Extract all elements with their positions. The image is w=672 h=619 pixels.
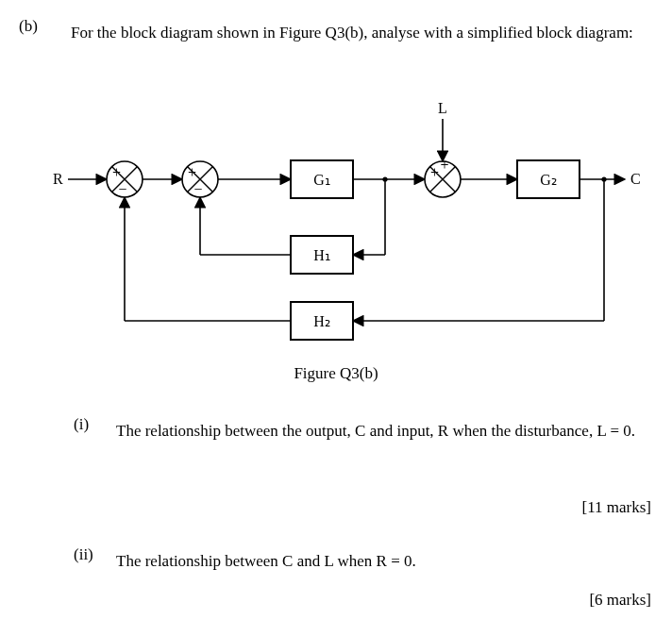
subpart-i-roman: (i) <box>74 415 89 434</box>
block-H1-label: H₁ <box>313 247 330 263</box>
s3-sign-plus-top: + <box>440 157 448 173</box>
part-label: (b) <box>19 17 38 36</box>
output-C-label: C <box>630 171 641 187</box>
block-H1: H₁ <box>291 236 353 274</box>
subpart-ii-marks: [6 marks] <box>589 591 651 610</box>
s2-sign-minus: − <box>193 181 202 197</box>
input-R-label: R <box>53 171 63 187</box>
input-L-label: L <box>438 100 447 116</box>
summing-junction-1: + − <box>107 161 143 197</box>
s3-sign-plus-left: + <box>430 164 439 180</box>
block-H2: H₂ <box>291 302 353 340</box>
block-diagram-svg: R + − + − <box>47 94 642 360</box>
subpart-ii-roman: (ii) <box>74 545 93 564</box>
page: (b) For the block diagram shown in Figur… <box>0 0 672 619</box>
block-G1: G₁ <box>291 160 353 198</box>
figure-caption: Figure Q3(b) <box>0 364 672 383</box>
summing-junction-3: + + <box>425 157 461 197</box>
block-G2-label: G₂ <box>540 172 557 188</box>
block-diagram: R + − + − <box>47 94 642 360</box>
block-G1-label: G₁ <box>313 172 330 188</box>
block-H2-label: H₂ <box>313 313 330 329</box>
subpart-ii-text: The relationship between C and L when R … <box>116 552 416 570</box>
subpart-i-marks: [11 marks] <box>582 498 652 517</box>
block-G2: G₂ <box>517 160 580 198</box>
question-prompt: For the block diagram shown in Figure Q3… <box>71 17 651 49</box>
s2-sign-plus: + <box>188 164 196 180</box>
s1-sign-minus: − <box>118 181 126 197</box>
s1-sign-plus: + <box>112 164 121 180</box>
subpart-i-text: The relationship between the output, C a… <box>116 422 635 440</box>
summing-junction-2: + − <box>182 161 218 197</box>
